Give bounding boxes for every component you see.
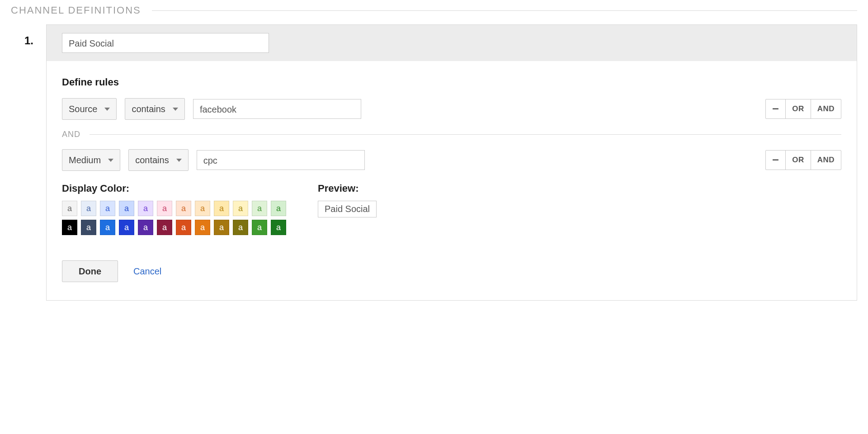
panel-body: Define rules Source contains facebook – [47, 61, 857, 300]
dimension-label: Source [69, 104, 97, 114]
color-swatch[interactable]: a [157, 201, 172, 216]
operator-label: contains [135, 155, 169, 165]
chevron-down-icon [176, 159, 182, 162]
operator-label: contains [132, 104, 165, 114]
color-swatch[interactable]: a [119, 220, 134, 235]
rule-row: Source contains facebook – OR AND [62, 98, 841, 120]
preview-title: Preview: [318, 183, 377, 194]
value-input[interactable]: cpc [197, 150, 365, 170]
color-swatch[interactable]: a [252, 201, 267, 216]
color-swatch[interactable]: a [271, 220, 286, 235]
color-swatch[interactable]: a [62, 201, 77, 216]
done-button[interactable]: Done [62, 260, 118, 282]
value-input[interactable]: facebook [193, 99, 361, 119]
chevron-down-icon [104, 108, 110, 111]
operator-select[interactable]: contains [125, 98, 185, 120]
color-swatch[interactable]: a [62, 220, 77, 235]
define-rules-heading: Define rules [62, 76, 841, 88]
color-swatch[interactable]: a [81, 201, 96, 216]
channel-panel: Paid Social Define rules Source contains… [46, 24, 857, 301]
color-swatch[interactable]: a [100, 220, 115, 235]
display-color-section: Display Color: aaaaaaaaaaaa aaaaaaaaaaaa [62, 183, 286, 239]
or-button[interactable]: OR [785, 151, 811, 170]
rule-button-group: – OR AND [765, 99, 841, 119]
color-swatch[interactable]: a [138, 201, 153, 216]
color-swatch[interactable]: a [252, 220, 267, 235]
cancel-link[interactable]: Cancel [133, 266, 161, 277]
swatch-row-light: aaaaaaaaaaaa [62, 201, 286, 216]
or-button[interactable]: OR [785, 99, 811, 118]
color-swatch[interactable]: a [100, 201, 115, 216]
color-swatch[interactable]: a [233, 201, 248, 216]
color-swatch[interactable]: a [214, 201, 229, 216]
operator-select[interactable]: contains [128, 149, 189, 171]
color-swatch[interactable]: a [176, 201, 191, 216]
dimension-label: Medium [69, 155, 101, 165]
dimension-select[interactable]: Medium [62, 149, 120, 171]
panel-header: Paid Social [47, 25, 857, 61]
display-color-title: Display Color: [62, 183, 286, 194]
color-swatch[interactable]: a [195, 220, 210, 235]
section-header: CHANNEL DEFINITIONS [11, 5, 857, 16]
joiner-label: AND [62, 130, 80, 139]
color-swatch[interactable]: a [157, 220, 172, 235]
rule-row: Medium contains cpc – OR AND [62, 149, 841, 171]
color-swatch[interactable]: a [214, 220, 229, 235]
panel-footer: Done Cancel [62, 260, 841, 282]
color-swatch[interactable]: a [233, 220, 248, 235]
preview-chip: Paid Social [318, 201, 377, 217]
color-swatch[interactable]: a [176, 220, 191, 235]
color-swatch[interactable]: a [138, 220, 153, 235]
preview-section: Preview: Paid Social [318, 183, 377, 239]
swatch-row-dark: aaaaaaaaaaaa [62, 220, 286, 235]
and-button[interactable]: AND [811, 99, 841, 118]
rule-joiner: AND [62, 130, 841, 139]
joiner-divider [90, 134, 841, 135]
chevron-down-icon [173, 108, 178, 111]
remove-rule-button[interactable]: – [766, 151, 785, 170]
color-swatch[interactable]: a [195, 201, 210, 216]
section-divider [152, 10, 857, 11]
section-title: CHANNEL DEFINITIONS [11, 5, 141, 16]
color-swatch[interactable]: a [119, 201, 134, 216]
color-swatch[interactable]: a [81, 220, 96, 235]
row-number: 1. [11, 24, 33, 47]
remove-rule-button[interactable]: – [766, 99, 785, 118]
rule-button-group: – OR AND [765, 150, 841, 170]
color-swatch[interactable]: a [271, 201, 286, 216]
dimension-select[interactable]: Source [62, 98, 117, 120]
chevron-down-icon [108, 159, 113, 162]
channel-name-input[interactable]: Paid Social [62, 33, 269, 53]
and-button[interactable]: AND [811, 151, 841, 170]
